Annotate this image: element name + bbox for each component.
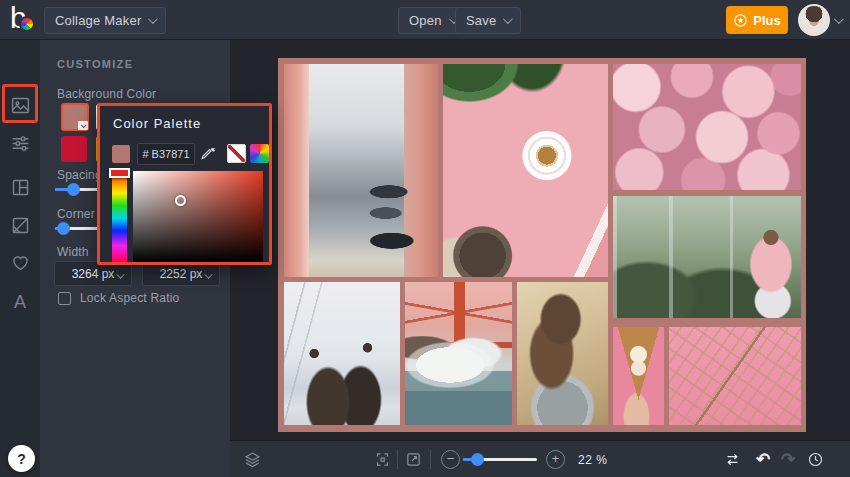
swatch-red[interactable] (61, 136, 87, 162)
collage-photo-girls-peace[interactable] (284, 282, 400, 425)
sidebar-item-text[interactable]: A (0, 285, 40, 319)
befunky-logo[interactable]: b (10, 3, 42, 37)
saturation-area[interactable] (133, 171, 263, 262)
swatch-selected[interactable] (61, 103, 89, 131)
height-value: 2252 px (160, 267, 203, 281)
no-color-button[interactable] (227, 144, 246, 163)
logo-color-wheel-icon (19, 16, 35, 32)
background-color-label: Background Color (57, 87, 156, 101)
sidebar-item-customize[interactable] (0, 126, 40, 160)
zoom-in-button[interactable]: + (546, 450, 565, 469)
lock-aspect-row: Lock Aspect Ratio (58, 291, 179, 305)
app-menu-button[interactable]: Collage Maker (44, 7, 166, 34)
popup-title: Color Palette (113, 116, 201, 131)
topbar: b Collage Maker Open Save Plus (0, 0, 850, 40)
current-color-swatch (112, 145, 130, 163)
sidebar-item-image-manager[interactable] (0, 88, 40, 122)
plus-label: Plus (753, 13, 780, 28)
pattern-icon (10, 215, 31, 236)
collage-photo-greenhouse[interactable] (613, 196, 801, 318)
history-clock-icon (807, 451, 824, 468)
undo-button[interactable]: ↶ (756, 449, 770, 470)
undo-icon: ↶ (756, 449, 770, 470)
save-button[interactable]: Save (455, 7, 521, 34)
stepper-chevron-icon[interactable] (204, 270, 212, 278)
color-picker-handle[interactable] (175, 195, 186, 206)
zoom-level: 22 % (578, 453, 607, 467)
open-in-new-button[interactable] (405, 451, 422, 468)
spacing-slider-knob[interactable] (67, 183, 80, 196)
layout-grid-icon (10, 177, 31, 198)
swatch-chevron-badge[interactable] (78, 121, 88, 130)
corner-radius-slider-knob[interactable] (57, 222, 70, 235)
open-label: Open (409, 13, 442, 28)
shuffle-button[interactable] (724, 451, 741, 468)
collage-photo-flowers[interactable] (613, 64, 801, 190)
collage-photo-bridge[interactable] (405, 282, 512, 425)
collage-photo-woman[interactable] (517, 282, 608, 425)
width-value: 3264 px (72, 267, 115, 281)
rainbow-palette-button[interactable] (250, 144, 269, 163)
collage[interactable] (278, 58, 806, 432)
redo-icon: ↷ (781, 449, 795, 470)
layers-icon (244, 451, 261, 468)
fit-screen-icon (374, 451, 391, 468)
text-icon: A (14, 292, 26, 313)
layers-button[interactable] (244, 451, 261, 468)
color-palette-popup: Color Palette (97, 103, 272, 265)
lock-aspect-checkbox[interactable] (58, 292, 71, 305)
star-badge-icon (733, 13, 748, 28)
eyedropper-button[interactable] (200, 145, 217, 162)
zoom-out-button[interactable]: − (441, 450, 460, 469)
chevron-down-icon (148, 14, 158, 24)
eyedropper-icon (200, 145, 217, 162)
lock-aspect-label: Lock Aspect Ratio (80, 291, 179, 305)
collage-photo-plant-coffee[interactable] (443, 64, 608, 277)
sidebar-rail: A (0, 40, 40, 477)
canvas-area[interactable] (230, 40, 850, 440)
stepper-chevron-icon[interactable] (116, 270, 124, 278)
bottombar: − + 22 % ↶ ↷ (230, 440, 850, 477)
panel-header: CUSTOMIZE (57, 58, 133, 70)
avatar[interactable] (798, 4, 830, 36)
history-button[interactable] (807, 451, 824, 468)
zoom-slider-knob[interactable] (471, 453, 484, 466)
heart-icon (10, 252, 31, 273)
chevron-down-icon (503, 14, 513, 24)
hex-color-input[interactable] (137, 143, 195, 165)
spacing-label: Spacing (57, 168, 102, 182)
redo-button[interactable]: ↷ (781, 449, 795, 470)
save-label: Save (466, 13, 496, 28)
collage-photo-ice-cream[interactable] (613, 327, 664, 425)
fit-to-screen-button[interactable] (374, 451, 391, 468)
sidebar-item-favorites[interactable] (0, 245, 40, 279)
collage-photo-palm-leaf[interactable] (669, 327, 801, 425)
help-button[interactable]: ? (8, 445, 35, 472)
hue-selector[interactable] (109, 168, 130, 178)
image-icon (10, 95, 31, 116)
collage-photo-street[interactable] (284, 64, 438, 277)
sidebar-item-patterns[interactable] (0, 208, 40, 242)
app-menu-label: Collage Maker (55, 13, 141, 28)
zoom-slider[interactable] (463, 458, 537, 461)
avatar-chevron-down-icon[interactable] (834, 14, 844, 24)
width-label: Width (57, 245, 89, 259)
sliders-icon (10, 133, 31, 154)
open-in-new-icon (405, 451, 422, 468)
hue-strip[interactable] (112, 171, 127, 262)
sidebar-item-layouts[interactable] (0, 170, 40, 204)
plus-upgrade-button[interactable]: Plus (726, 6, 788, 34)
shuffle-icon (724, 451, 741, 468)
help-label: ? (17, 451, 26, 467)
